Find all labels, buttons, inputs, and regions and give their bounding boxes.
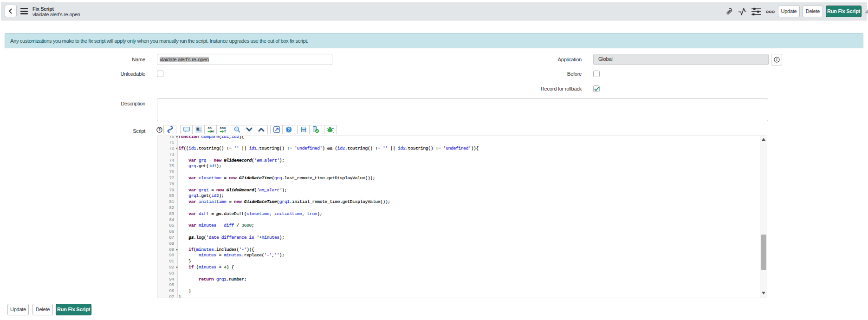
svg-text:?: ?	[287, 127, 290, 132]
svg-text:ab: ab	[207, 126, 211, 130]
svg-text:ab: ab	[220, 126, 224, 130]
svg-text:?: ?	[158, 127, 161, 132]
svg-text:ac: ac	[211, 130, 214, 133]
